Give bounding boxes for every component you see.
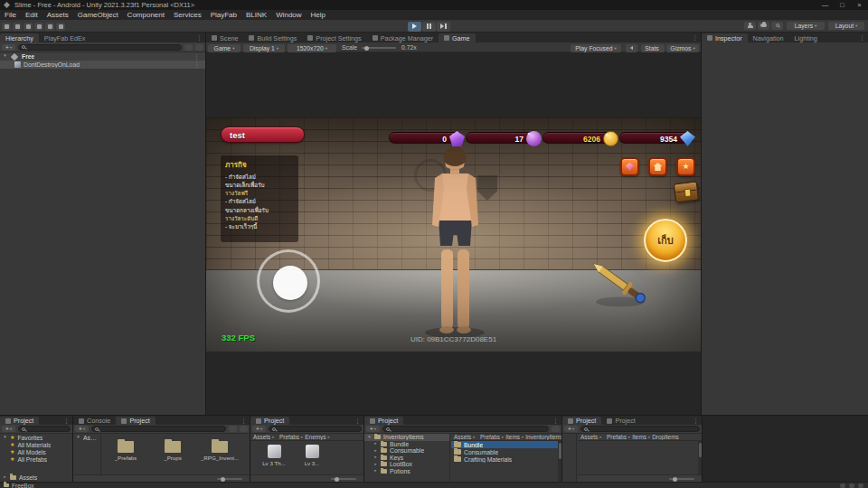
foldout-icon[interactable] (373, 463, 378, 467)
asset-item-bundle[interactable]: Bundle (451, 441, 561, 448)
zoom-slider[interactable] (217, 478, 242, 480)
dock-menu-icon[interactable] (196, 34, 203, 41)
search-by-label-icon[interactable] (240, 426, 248, 432)
breadcrumb-items[interactable]: Items (632, 434, 646, 440)
search-by-type-icon[interactable] (229, 426, 237, 432)
display-dropdown[interactable]: Display 1 (243, 44, 285, 52)
project-search-input[interactable] (382, 426, 549, 432)
tab-console[interactable]: Console (73, 417, 116, 425)
tree-item-all-prefabs[interactable]: All Prefabs (0, 455, 72, 463)
project-search-input[interactable] (18, 426, 71, 432)
transform-tool-icon[interactable] (56, 23, 65, 31)
layers-dropdown[interactable]: Layers (787, 22, 825, 30)
asset-folder-props[interactable]: _Props (153, 441, 193, 461)
play-focused-dropdown[interactable]: Play Focused (571, 44, 621, 52)
hand-tool-icon[interactable] (2, 23, 11, 31)
rect-tool-icon[interactable] (45, 23, 54, 31)
gizmos-dropdown[interactable]: Gizmos (666, 44, 699, 52)
breadcrumb-dropitems[interactable]: DropItems (652, 434, 678, 440)
mute-audio-icon[interactable] (626, 44, 637, 52)
scrollbar-thumb[interactable] (699, 443, 702, 457)
asset-item-lv3-1[interactable]: Lv 3 Th... (256, 445, 292, 466)
tree-item-potions[interactable]: Potions (364, 468, 449, 475)
joystick-knob[interactable] (273, 266, 307, 300)
status-activity-icon[interactable] (840, 483, 845, 488)
panel-menu-icon[interactable] (241, 418, 247, 424)
dock-menu-icon[interactable] (859, 34, 865, 41)
vertical-scrollbar[interactable] (558, 441, 561, 482)
foldout-icon[interactable] (3, 436, 7, 440)
breadcrumb-prefabs[interactable]: _Prefabs (276, 434, 299, 440)
sword-item[interactable] (586, 255, 651, 311)
hierarchy-item-dontdestroyonload[interactable]: DontDestroyOnLoad (0, 61, 205, 69)
foldout-icon[interactable] (373, 449, 378, 454)
breadcrumb-prefabs[interactable]: _Prefabs (476, 434, 500, 440)
project-search-input[interactable] (269, 426, 362, 432)
create-asset-button[interactable] (252, 426, 266, 432)
asset-item-consumable[interactable]: Consumable (451, 448, 561, 455)
scale-slider[interactable] (362, 47, 396, 49)
scene-visibility-icon[interactable] (184, 44, 193, 51)
pause-button[interactable] (422, 22, 436, 32)
menu-services[interactable]: Services (169, 10, 206, 20)
scene-header-row[interactable]: Free (0, 52, 205, 61)
tree-item-all-models[interactable]: All Models (0, 448, 72, 455)
foldout-icon[interactable] (367, 436, 372, 440)
event-button-reward[interactable] (676, 157, 695, 176)
scale-slider-knob[interactable] (364, 46, 369, 51)
tree-item-bundle[interactable]: Bundle (364, 441, 449, 448)
asset-item-crafting-materials[interactable]: Crafting Materials (451, 455, 561, 463)
menu-help[interactable]: Help (307, 10, 330, 20)
foldout-icon[interactable] (3, 54, 7, 59)
foldout-icon[interactable] (373, 455, 378, 460)
scene-options-icon[interactable] (193, 53, 200, 60)
menu-edit[interactable]: Edit (21, 10, 42, 20)
asset-folder-prefabs[interactable]: _Prefabs (106, 441, 146, 461)
tree-item-assets[interactable]: Assets (73, 434, 100, 441)
tree-item-consumable[interactable]: Consumable (364, 447, 449, 455)
scrollbar-thumb[interactable] (559, 443, 561, 459)
move-tool-icon[interactable] (13, 23, 22, 31)
breadcrumb-enemys[interactable]: Enemys (305, 434, 326, 440)
tree-item-all-materials[interactable]: All Materials (0, 441, 72, 448)
vertical-scrollbar[interactable] (698, 441, 702, 474)
breadcrumb-items[interactable]: Items (505, 434, 520, 440)
stats-button[interactable]: Stats (641, 44, 665, 52)
scale-tool-icon[interactable] (34, 23, 43, 31)
breadcrumb-assets[interactable]: Assets (580, 434, 598, 440)
tab-hierarchy[interactable]: Hierarchy (0, 33, 39, 42)
zoom-slider[interactable] (669, 478, 694, 480)
tree-item-assets[interactable]: Assets (0, 474, 72, 481)
create-object-button[interactable] (2, 44, 15, 51)
foldout-icon[interactable] (373, 442, 378, 446)
tab-project[interactable]: Project (0, 417, 39, 425)
project-search-input[interactable] (580, 426, 700, 432)
tab-playfab-edex[interactable]: PlayFab EdEx (39, 33, 91, 42)
menu-assets[interactable]: Assets (42, 10, 73, 20)
tree-item-lootbox[interactable]: LootBox (364, 461, 449, 468)
search-by-type-icon[interactable] (552, 426, 560, 432)
tab-lighting[interactable]: Lighting (789, 33, 823, 42)
layout-dropdown[interactable]: Layout (828, 22, 864, 30)
panel-menu-icon[interactable] (552, 418, 559, 424)
tab-scene[interactable]: Scene (206, 33, 243, 42)
create-asset-button[interactable] (75, 426, 89, 432)
tab-game[interactable]: Game (439, 33, 476, 42)
create-asset-button[interactable] (564, 426, 578, 432)
asset-item-lv3-2[interactable]: Lv 3... (294, 445, 330, 466)
menu-component[interactable]: Component (123, 10, 169, 20)
event-button-gem[interactable] (620, 157, 639, 176)
item-options-icon[interactable] (193, 61, 200, 68)
tree-item-inventoryitems[interactable]: InventoryItems (364, 434, 449, 441)
tab-project[interactable]: Project (364, 417, 403, 425)
chest-icon[interactable] (674, 181, 699, 202)
tab-navigation[interactable]: Navigation (748, 33, 789, 42)
scene-picking-icon[interactable] (195, 44, 203, 51)
tab-project-settings[interactable]: Project Settings (302, 33, 366, 42)
virtual-joystick[interactable] (257, 249, 320, 313)
play-button[interactable] (408, 22, 421, 32)
search-icon[interactable] (771, 22, 783, 30)
menu-gameobject[interactable]: GameObject (73, 10, 123, 20)
tab-project[interactable]: Project (116, 417, 155, 425)
menu-window[interactable]: Window (271, 10, 306, 20)
